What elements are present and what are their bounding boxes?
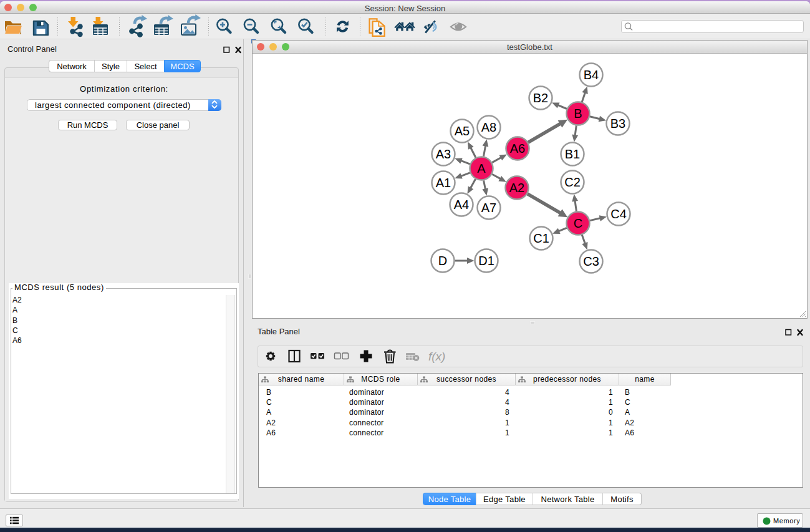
svg-text:A3: A3 xyxy=(436,147,451,161)
svg-text:C4: C4 xyxy=(610,207,627,221)
svg-text:A: A xyxy=(477,162,486,175)
svg-text:C3: C3 xyxy=(583,254,599,268)
svg-text:B: B xyxy=(574,107,582,120)
svg-text:A2: A2 xyxy=(509,181,524,195)
svg-text:B3: B3 xyxy=(610,117,625,130)
svg-text:A5: A5 xyxy=(455,124,470,138)
svg-text:f(x): f(x) xyxy=(428,350,445,363)
svg-text:C2: C2 xyxy=(564,175,581,189)
svg-text:A8: A8 xyxy=(481,120,496,134)
svg-text:A4: A4 xyxy=(454,198,469,211)
svg-text:A6: A6 xyxy=(510,142,525,155)
svg-text:C1: C1 xyxy=(533,231,549,245)
svg-text:C: C xyxy=(574,216,582,230)
svg-text:A1: A1 xyxy=(436,176,451,190)
svg-text:A7: A7 xyxy=(481,201,496,215)
svg-text:B4: B4 xyxy=(584,68,599,82)
svg-text:B1: B1 xyxy=(565,147,580,161)
svg-text:D: D xyxy=(438,254,447,268)
svg-text:B2: B2 xyxy=(533,91,548,105)
svg-text:D1: D1 xyxy=(478,254,494,268)
